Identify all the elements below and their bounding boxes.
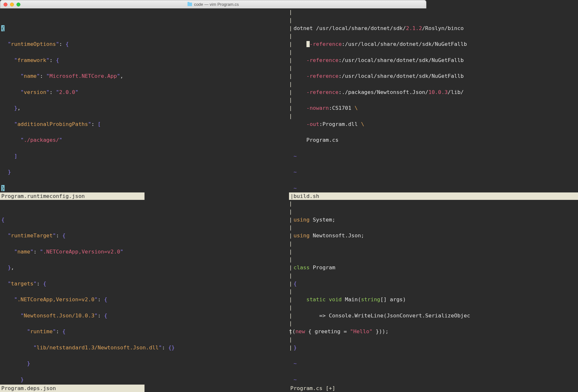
- keyword: using: [294, 217, 310, 223]
- continuation: \: [355, 105, 358, 111]
- flag: -nowarn: [306, 105, 329, 111]
- json-key: version: [24, 89, 47, 95]
- statusline-runtimeconfig: Program.runtimeconfig.json: [0, 192, 144, 200]
- path-text: :./packages/Newtonsoft.Json/: [338, 89, 426, 95]
- path-text: :/usr/local/share/dotnet/sdk/NuGetFallb: [342, 41, 426, 47]
- json-key: additionalProbingPaths: [17, 121, 88, 127]
- pane-programcs[interactable]: using System; using Newtonsoft.Json; cla…: [289, 200, 426, 289]
- path-text: :/usr/local/share/dotnet/sdk/NuGetFallb: [338, 57, 426, 63]
- path-text: /Roslyn/binco: [422, 25, 426, 31]
- code-content[interactable]: using System; using Newtonsoft.Json; cla…: [289, 208, 426, 289]
- pane-deps[interactable]: { "runtimeTarget": { "name": ".NETCoreAp…: [0, 200, 289, 289]
- arg-text: :CS1701: [329, 105, 354, 111]
- window-title: code — vim Program.cs: [0, 1, 426, 8]
- arg-text: :Program.dll: [319, 121, 361, 127]
- json-key: runtimeOptions: [11, 41, 56, 47]
- folder-icon: [187, 3, 192, 6]
- flag: -reference: [306, 73, 338, 79]
- flag: -out: [306, 121, 319, 127]
- window-titlebar: code — vim Program.cs: [0, 0, 426, 9]
- code-content[interactable]: dotnet /usr/local/share/dotnet/sdk/2.1.2…: [289, 16, 426, 200]
- pane-buildsh[interactable]: dotnet /usr/local/share/dotnet/sdk/2.1.2…: [289, 8, 426, 200]
- json-key: runtimeTarget: [11, 232, 53, 239]
- code-text: Newtonsoft.Json;: [310, 232, 364, 239]
- window-title-text: code — vim Program.cs: [194, 1, 239, 8]
- code-content[interactable]: { "runtimeTarget": { "name": ".NETCoreAp…: [0, 208, 289, 289]
- class-name: Program: [310, 264, 335, 271]
- json-key: framework: [17, 57, 46, 63]
- pane-runtimeconfig[interactable]: { "runtimeOptions": { "framework": { "na…: [0, 8, 289, 200]
- keyword: using: [294, 232, 310, 239]
- flag: -reference: [306, 89, 338, 95]
- vim-editor[interactable]: { "runtimeOptions": { "framework": { "na…: [0, 8, 426, 289]
- cursor: {: [1, 25, 5, 31]
- code-text: System;: [310, 217, 335, 223]
- vert-split-border: | | | | | | | | | | | | | |: [289, 8, 292, 192]
- keyword: class: [294, 264, 310, 271]
- path-text: :/usr/local/share/dotnet/sdk/NuGetFallb: [338, 73, 426, 79]
- statusline-buildsh: |build.sh: [289, 192, 426, 200]
- continuation: \: [361, 121, 364, 127]
- vert-split-border: | | | | | | | | | | | | | | | | | | |: [289, 200, 292, 289]
- json-string: Microsoft.NETCore.App: [49, 73, 117, 79]
- filename: Program.cs: [306, 137, 338, 143]
- flag: -reference: [310, 41, 342, 47]
- version-text: 2.1.2: [406, 25, 422, 31]
- block-cursor: [306, 41, 310, 47]
- json-key: name: [24, 73, 37, 79]
- json-string: .NETCoreApp,Version=v2.0: [43, 249, 120, 255]
- json-key: targets: [11, 281, 34, 287]
- path-text: /usr/local/share/dotnet/sdk/: [316, 25, 406, 31]
- json-string: ./packages/: [24, 137, 59, 143]
- json-key: name: [17, 249, 30, 255]
- flag: -reference: [306, 57, 338, 63]
- code-content[interactable]: { "runtimeOptions": { "framework": { "na…: [0, 16, 289, 200]
- json-string: 2.0.0: [59, 89, 75, 95]
